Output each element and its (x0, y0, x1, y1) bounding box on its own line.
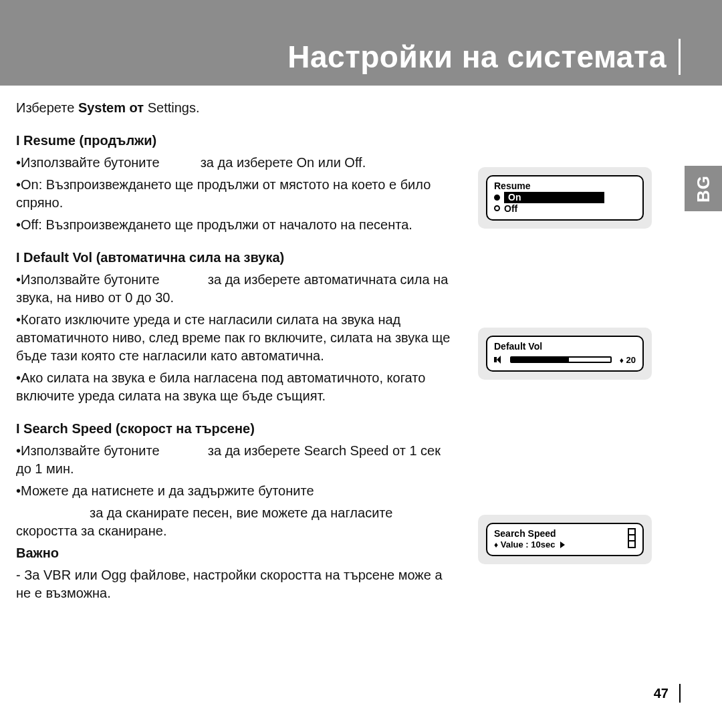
note-heading: Важно (16, 544, 457, 562)
updown-arrow-icon: ♦ (494, 540, 498, 550)
defaultvol-heading: I Default Vol (автоматична сила на звука… (16, 249, 457, 267)
lcd-title-row: Default Vol (494, 341, 636, 352)
resume-heading: I Resume (продължи) (16, 132, 457, 150)
lcd-ss-textcol: Search Speed ♦ Value : 10sec (494, 528, 624, 550)
intro-suffix: Settings. (144, 100, 199, 115)
lcd-ss-value: Value : 10sec (501, 539, 556, 550)
lcd-searchspeed-panel: Search Speed ♦ Value : 10sec (478, 515, 652, 564)
language-tab-label: BG (693, 175, 714, 203)
lcd-off-label: Off (504, 203, 517, 215)
resume-line-3: •Off: Възпроизвеждането ще продължи от н… (16, 216, 457, 234)
text: •Използвайте бутоните (16, 155, 160, 170)
text: •Използвайте бутоните (16, 443, 160, 458)
page-number: 47 (0, 684, 681, 703)
lcd-ss-scale (628, 528, 636, 548)
lcd-on-label: On (504, 192, 604, 203)
manual-page: { "title": "Настройки на системата", "si… (0, 0, 722, 728)
text: за да изберете On или Off. (201, 155, 366, 170)
searchspeed-line-2a: •Можете да натиснете и да задържите буто… (16, 482, 457, 500)
intro-prefix: Изберете (16, 100, 78, 115)
intro-line: Изберете System от Settings. (16, 99, 457, 117)
lcd-searchspeed: Search Speed ♦ Value : 10sec (486, 523, 644, 556)
radio-unselected-icon (494, 205, 500, 211)
body-text: Изберете System от Settings. I Resume (п… (16, 99, 457, 606)
volume-bar (510, 356, 612, 363)
play-right-icon (560, 541, 565, 548)
note-body: - За VBR или Ogg файлове, настройки скор… (16, 566, 457, 602)
defaultvol-line-2: •Когато изключите уреда и сте нагласили … (16, 311, 457, 365)
text: •Използвайте бутоните (16, 272, 160, 287)
resume-line-1: •Използвайте бутоните за да изберете On … (16, 154, 457, 172)
scale-slider-icon (628, 528, 636, 548)
resume-line-2: •On: Възпроизвеждането ще продължи от мя… (16, 176, 457, 212)
lcd-ss-value-row: ♦ Value : 10sec (494, 539, 624, 550)
searchspeed-heading: I Search Speed (скорост на търсене) (16, 420, 457, 438)
defaultvol-line-3: •Ако силата на звука е била нагласена по… (16, 369, 457, 405)
lcd-vol-value: ♦ 20 (620, 355, 636, 365)
lcd-ss-title: Search Speed (494, 528, 624, 539)
lcd-option-off: Off (494, 203, 636, 215)
lcd-defaultvol-title: Default Vol (494, 341, 542, 352)
lcd-defaultvol-panel: Default Vol ♦ 20 (478, 328, 652, 380)
lcd-vol-number: 20 (626, 355, 636, 365)
language-tab: BG (685, 166, 722, 211)
lcd-ss-row: Search Speed ♦ Value : 10sec (494, 528, 636, 550)
searchspeed-line-1: •Използвайте бутоните за да изберете Sea… (16, 442, 457, 478)
intro-strong: System от (78, 100, 144, 115)
lcd-vol-row: ♦ 20 (494, 355, 636, 365)
defaultvol-line-1: •Използвайте бутоните за да изберете авт… (16, 271, 457, 307)
lcd-resume: Resume On Off (486, 175, 644, 221)
volume-fill (511, 358, 569, 362)
updown-arrow-icon: ♦ (620, 356, 624, 365)
lcd-option-on: On (494, 192, 636, 203)
radio-selected-icon (494, 195, 500, 201)
lcd-title-row: Resume (494, 180, 636, 192)
page-title: Настройки на системата (0, 39, 681, 75)
lcd-resume-panel: Resume On Off (478, 167, 652, 229)
searchspeed-line-2b: за да сканирате песен, вие можете да наг… (16, 504, 457, 540)
speaker-icon (494, 356, 502, 364)
lcd-defaultvol: Default Vol ♦ 20 (486, 336, 644, 372)
lcd-resume-title: Resume (494, 180, 530, 192)
